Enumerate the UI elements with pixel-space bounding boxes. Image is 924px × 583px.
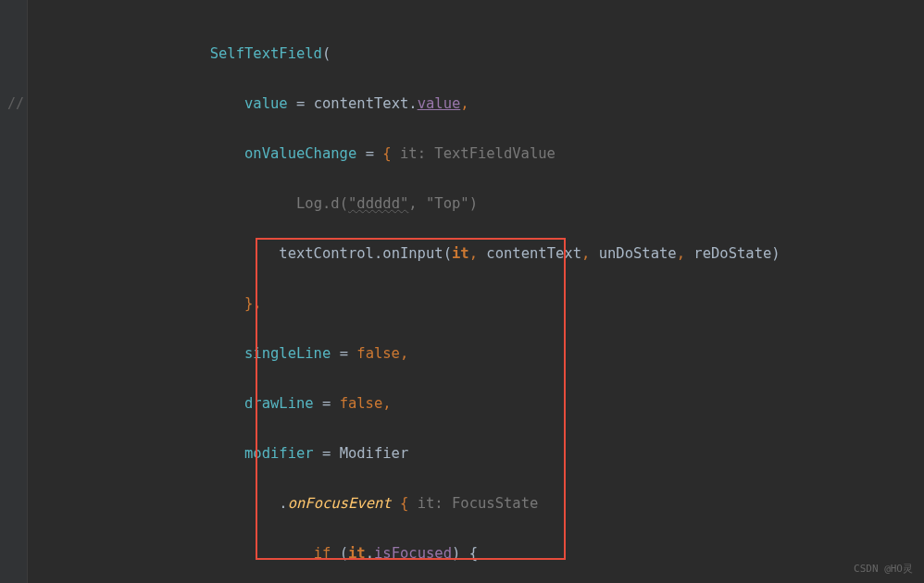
argument: reDoState (693, 245, 771, 262)
code-line[interactable]: drawLine = false, (28, 391, 924, 416)
watermark: CSDN @HO灵 (854, 562, 913, 576)
parameter-name: modifier (244, 445, 314, 462)
identifier: contentText (314, 95, 409, 112)
function-call: SelfTextField (210, 45, 322, 62)
argument: unDoState (599, 245, 677, 262)
code-editor[interactable]: SelfTextField( value = contentText.value… (28, 0, 924, 583)
property-ref: value (418, 95, 461, 112)
parameter-name: value (244, 95, 288, 112)
string-literal: "Top" (426, 195, 469, 212)
code-line[interactable]: .onFocusEvent { it: FocusState (28, 491, 924, 516)
property-ref: isFocused (374, 545, 452, 562)
code-line[interactable]: }, (28, 292, 924, 316)
code-line[interactable]: onValueChange = { it: TextFieldValue (28, 142, 924, 167)
argument: contentText (486, 245, 581, 262)
code-line[interactable]: Log.d("ddddd", "Top") (28, 192, 924, 217)
method-call: onInput (382, 245, 443, 262)
identifier: Modifier (340, 445, 409, 462)
gutter: // (0, 0, 28, 583)
method-call: onFocusEvent (288, 495, 392, 512)
method-call: Log.d (296, 195, 340, 212)
parameter-name: drawLine (244, 395, 314, 412)
code-line[interactable]: singleLine = false, (28, 341, 924, 366)
string-literal: "ddddd" (348, 195, 408, 212)
parameter-name: singleLine (244, 345, 331, 362)
identifier: textControl (279, 245, 374, 262)
code-line[interactable]: modifier = Modifier (28, 441, 924, 466)
gutter-comment-marker: // (7, 95, 24, 112)
code-line[interactable]: value = contentText.value, (28, 92, 924, 117)
keyword: if (314, 545, 331, 562)
argument: it (452, 245, 469, 262)
identifier: it (348, 545, 366, 562)
code-line[interactable]: textControl.onInput(it, contentText, unD… (28, 242, 924, 267)
code-line[interactable]: SelfTextField( (28, 42, 924, 67)
inlay-hint: it: FocusState (408, 495, 546, 512)
code-line[interactable]: if (it.isFocused) { (28, 541, 924, 566)
parameter-name: onValueChange (244, 145, 356, 162)
boolean-literal: false (356, 345, 400, 362)
boolean-literal: false (340, 395, 383, 412)
inlay-hint: it: TextFieldValue (392, 145, 565, 162)
